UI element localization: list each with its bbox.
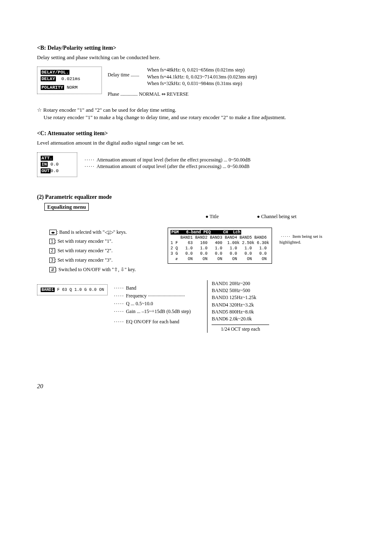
att-out-line: Attenuation amount of output level (afte… (97, 164, 249, 169)
section-c-sub: Level attenuation amount in the digital … (37, 139, 355, 147)
rotary-note-2: Use rotary encoder "1" to make a big cha… (44, 114, 355, 121)
band-legend-block: BAND1 F 63 Q 1.0 G 0.0 ON Band Frequency… (37, 284, 191, 326)
lcd-label-polarity: POLARITY (41, 85, 64, 90)
key-2-text: : Set with rotary encoder "2". (55, 248, 113, 253)
range-b5: BAND5 800Hz~8.0k (212, 309, 269, 315)
range-b3: BAND3 125Hz~1.25k (212, 294, 269, 301)
band-legend-g: G 0.0 (84, 288, 97, 292)
att-in-line: Attenuation amount of input level (befor… (97, 157, 251, 163)
range-b1: BAND1 20Hz~200 (212, 280, 269, 287)
peq-lcd: PGM 6-band PEQ CH Lch BAND1 BAND2 BAND3 … (168, 228, 272, 264)
band-legend-title: BAND1 (41, 288, 55, 292)
phase-line: Phase .............. NORMAL ⇔ REVERSE (108, 91, 257, 97)
delay-annotations: Delay time ....... When fs=48kHz: 0, 0.0… (108, 67, 257, 97)
range-b6: BAND6 2.0k~20.0k (212, 315, 269, 322)
peq-lcd-g: 3 G 0.0 0.0 0.0 0.0 0.0 0.0 (171, 251, 267, 256)
key-list: ◂▸: Band is selected with "◁,▷" keys. 1:… (49, 228, 160, 274)
peq-lcd-q: 2 Q 1.0 1.0 1.0 1.0 1.0 1.0 (171, 246, 267, 251)
lcd-label-delay: DELAY (41, 76, 56, 81)
fs32-line: When fs=32kHz: 0, 0.031~984ms (0.31ms st… (147, 80, 257, 87)
peq-lcd-freq: 1 F 63 160 400 1.00k 2.50k 6.30k (171, 241, 269, 245)
key-1-icon: 1 (49, 239, 55, 244)
key-lr-text: : Band is selected with "◁,▷" keys. (57, 229, 127, 235)
key-ud-icon: ⇵ (49, 267, 56, 272)
lcd-value-delay: 0.021ms (61, 76, 80, 81)
att-row: ATT. IN 0.0 OUT0.0 Attenuation amount of… (37, 152, 355, 177)
section-b-heading: <B: Delay/Polarity setting item> (37, 44, 355, 52)
att-lcd: ATT. IN 0.0 OUT0.0 (37, 152, 77, 177)
delay-row: DELAY/POL. DELAY 0.021ms POLARITY NORM D… (37, 67, 355, 97)
peq-lcd-on: ⇵ ON ON ON ON ON ON (171, 257, 267, 261)
att-annotations: Attenuation amount of input level (befor… (83, 152, 251, 170)
lcd-label-out: OUT (41, 168, 51, 173)
gain-label: Gain ... –15~+15dB (0.5dB step) (126, 309, 191, 314)
lcd-value-polarity: NORM (67, 85, 77, 90)
key-3-icon: 3 (49, 258, 55, 263)
highlight-note: Item being set is highlighted. (279, 228, 325, 246)
lcd-label-in: IN (41, 162, 48, 167)
delay-lcd: DELAY/POL. DELAY 0.021ms POLARITY NORM (37, 67, 102, 94)
section-c-heading: <C: Attenuator setting item> (37, 130, 355, 138)
freq-ranges: BAND1 20Hz~200 BAND2 50Hz~500 BAND3 125H… (207, 280, 269, 333)
lcd-label-att: ATT. (41, 156, 53, 161)
eq-menu-label: Equalizing menu (44, 203, 89, 211)
band-legend-lcd: BAND1 F 63 Q 1.0 G 0.0 ON (37, 284, 108, 295)
band-label: Band (126, 285, 136, 291)
peq-heading: (2) Parametric equalizer mode (37, 193, 355, 201)
fs48-line: When fs=48kHz: 0, 0.021~656ms (0.021ms s… (147, 67, 257, 73)
range-b2: BAND2 50Hz~500 (212, 287, 269, 294)
fs44-line: When fs=44.1kHz: 0, 0.023~714.013ms (0.0… (147, 74, 257, 80)
key-1-text: : Set with rotary encoder "1". (55, 238, 113, 244)
lcd-value-in: 0.0 (51, 162, 59, 167)
key-3-text: : Set with rotary encoder "3". (55, 257, 113, 263)
key-lr-icon: ◂▸ (49, 230, 57, 235)
section-b-sub: Delay setting and phase switching can be… (37, 54, 355, 61)
peq-lcd-top: PGM 6-band PEQ CH Lch (171, 230, 241, 235)
freq-label: Frequency ······························ (126, 293, 185, 299)
channel-dot: ● Channel being set (257, 214, 296, 219)
band-legend-on: ON (99, 288, 104, 292)
lcd-value-out: 0.0 (51, 168, 59, 173)
rotary-note-1: Rotary encoder "1" and "2" can be used f… (37, 106, 355, 114)
key-ud-text: : Switched to ON/OFF with "⇧, ⇩" key. (56, 267, 136, 272)
lcd-label-delaypol: DELAY/POL. (41, 70, 69, 75)
band-legend-f: F 63 (57, 288, 67, 292)
page-number: 20 (37, 382, 355, 390)
q-label: Q ... 0.5~10.0 (126, 301, 153, 306)
band-legend-q: Q 1.0 (69, 288, 82, 292)
key-2-icon: 2 (49, 248, 55, 253)
peq-lcd-head: BAND1 BAND2 BAND3 BAND4 BAND5 BAND6 (171, 235, 267, 240)
title-dot: ● Title (205, 214, 219, 219)
eqonoff-label: EQ ON/OFF for each band (126, 319, 179, 325)
range-b4: BAND4 320Hz~3.2k (212, 302, 269, 309)
delay-time-label: Delay time ....... (108, 67, 145, 87)
oct-step-note: 1/24 OCT step each (212, 325, 269, 333)
